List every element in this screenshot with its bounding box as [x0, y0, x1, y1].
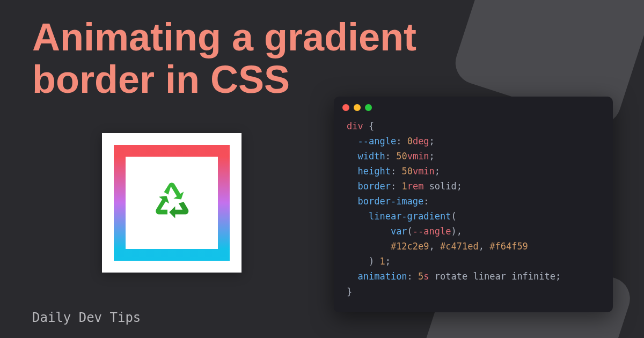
window-minimize-icon	[354, 104, 361, 111]
gradient-border-demo	[102, 133, 241, 273]
gradient-border-inner	[114, 145, 230, 261]
recycle-icon	[150, 181, 193, 224]
code-selector: div	[347, 121, 363, 131]
window-controls	[334, 97, 613, 116]
code-content: div { --angle: 0deg; width: 50vmin; heig…	[334, 116, 613, 302]
window-close-icon	[342, 104, 349, 111]
footer-brand: Daily Dev Tips	[32, 310, 141, 325]
window-maximize-icon	[365, 104, 372, 111]
code-snippet-window: div { --angle: 0deg; width: 50vmin; heig…	[334, 97, 613, 312]
page-title: Animating a gradient border in CSS	[32, 16, 515, 101]
